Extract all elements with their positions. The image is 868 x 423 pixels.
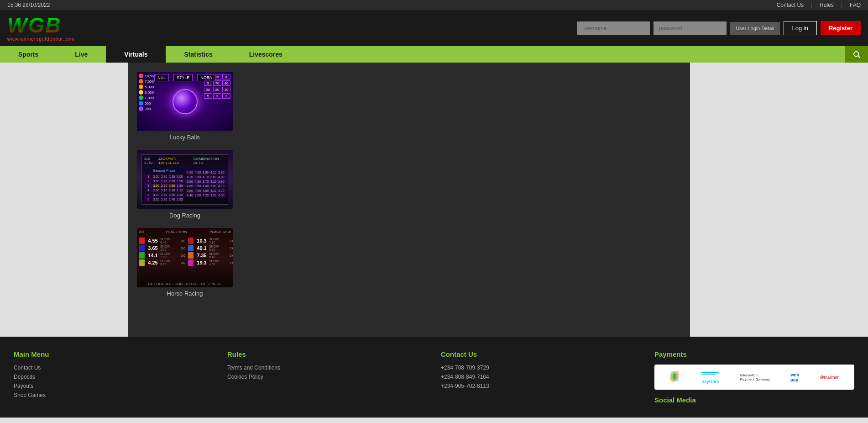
horse-col-left: 4.55 SHOW4.40 0.0 3.65 SHOW13.6 0.0 — [139, 237, 186, 286]
lucky-ball — [173, 89, 198, 114]
datetime: 15:36 28/10/2022 — [7, 2, 50, 8]
footer-main-menu-title: Main Menu — [14, 350, 214, 358]
footer-phone-1: +234-708-709-3729 — [441, 365, 641, 371]
footer-phone-2: +234-808-849-7104 — [441, 374, 641, 380]
footer-cookies-link[interactable]: Cookies Policy — [227, 374, 427, 380]
lucky-balls-top-labels: NUL S7YLE NOBA — [154, 74, 215, 81]
nav-statistics[interactable]: Statistics — [166, 46, 230, 63]
search-icon — [852, 50, 861, 58]
center-content: 10,500 7,500 5,000 3,500 1,000 500 300 2… — [128, 63, 690, 337]
svg-rect-5 — [701, 371, 719, 373]
footer-main-menu: Main Menu Contact Us Deposits Payouts Sh… — [14, 350, 214, 404]
nav-livescores[interactable]: Livescores — [231, 46, 301, 63]
logo-sub: www.winnersgoldenbul.com — [7, 37, 74, 42]
footer-contact: Contact Us +234-708-709-3729 +234-808-84… — [441, 350, 641, 404]
footer-shop-link[interactable]: Shop Games — [14, 392, 214, 398]
interswitch-logo: InterswitchPayment Gateway — [740, 373, 770, 381]
left-sidebar — [0, 63, 128, 337]
svg-point-4 — [673, 373, 676, 380]
mailmoni-logo: @mailmoni — [820, 375, 840, 380]
footer-phone-3: +234-905-702-8113 — [441, 383, 641, 389]
footer-payments-title: Payments — [654, 350, 854, 358]
nav-bar: Sports Live Virtuals Statistics Livescor… — [0, 46, 868, 63]
horse-racing-grid: 4.55 SHOW4.40 0.0 3.65 SHOW13.6 0.0 — [139, 230, 231, 286]
right-sidebar — [690, 63, 868, 337]
footer-rules: Rules Terms and Conditions Cookies Polic… — [227, 350, 427, 404]
header: WGB www.winnersgoldenbul.com User Login … — [0, 10, 868, 46]
user-login-detail-button[interactable]: User Login Detail — [730, 22, 779, 35]
top-bar-links: Contact Us | Rules | FAQ — [777, 2, 861, 8]
horse-col-right: 10.3 SHOW5.10 0.0 40.1 SHOW9.80 0.0 — [188, 237, 233, 286]
horse-header-bar: AR PLACE SHW PLACE SHW — [139, 230, 231, 234]
webpay-logo: webpay — [790, 372, 799, 382]
paystack-logo: paystack — [701, 370, 719, 384]
username-input[interactable] — [577, 21, 650, 35]
login-button[interactable]: Log in — [784, 21, 817, 35]
footer-payouts-link[interactable]: Payouts — [14, 383, 214, 389]
top-bar: 15:36 28/10/2022 Contact Us | Rules | FA… — [0, 0, 868, 10]
footer-rules-title: Rules — [227, 350, 427, 358]
lucky-balls-label: Lucky Balls — [137, 134, 233, 141]
lucky-balls-card: 10,500 7,500 5,000 3,500 1,000 500 300 2… — [137, 72, 681, 141]
lucky-balls-thumb[interactable]: 10,500 7,500 5,000 3,500 1,000 500 300 2… — [137, 72, 233, 131]
flutterwave-icon — [668, 370, 681, 383]
logo: WGB — [7, 15, 74, 36]
lucky-balls-left-nums: 10,500 7,500 5,000 3,500 1,000 500 300 — [139, 74, 156, 111]
footer-social-title: Social Media — [654, 396, 854, 404]
nav-sports[interactable]: Sports — [0, 46, 57, 63]
nav-live[interactable]: Live — [57, 46, 106, 63]
search-button[interactable] — [845, 46, 868, 63]
footer-terms-link[interactable]: Terms and Conditions — [227, 365, 427, 371]
header-right: User Login Detail Log in Register — [577, 21, 861, 35]
main-layout: 10,500 7,500 5,000 3,500 1,000 500 300 2… — [0, 63, 868, 337]
rules-link[interactable]: Rules — [820, 2, 834, 8]
dog-racing-card: 326 3.752 JACKPOT: 126,131,414 COMBINATI… — [137, 150, 681, 219]
dog-racing-thumb[interactable]: 326 3.752 JACKPOT: 126,131,414 COMBINATI… — [137, 150, 233, 209]
dog-racing-label: Dog Racing — [137, 212, 233, 219]
horse-racing-thumb[interactable]: AR PLACE SHW PLACE SHW 4.55 SHOW4.40 0.0 — [137, 228, 233, 287]
horse-footer-label: BET DOUBLE - ODD - EVEN - TOP 3 PICKS — [148, 282, 221, 286]
svg-point-0 — [854, 52, 859, 57]
footer-payments: Payments paystack InterswitchPay — [654, 350, 854, 404]
contact-us-link[interactable]: Contact Us — [777, 2, 804, 8]
horse-racing-card: AR PLACE SHW PLACE SHW 4.55 SHOW4.40 0.0 — [137, 228, 681, 297]
svg-line-1 — [858, 56, 860, 58]
payment-logos: paystack InterswitchPayment Gateway webp… — [654, 365, 854, 390]
register-button[interactable]: Register — [821, 21, 861, 35]
password-input[interactable] — [654, 21, 727, 35]
paystack-icon — [701, 370, 719, 378]
footer-deposits-link[interactable]: Deposits — [14, 374, 214, 380]
dog-racing-grid: 326 3.752 JACKPOT: 126,131,414 COMBINATI… — [141, 154, 228, 205]
horse-racing-label: Horse Racing — [137, 290, 233, 297]
footer-contact-title: Contact Us — [441, 350, 641, 358]
logo-area: WGB www.winnersgoldenbul.com — [7, 15, 74, 42]
footer-contact-link[interactable]: Contact Us — [14, 365, 214, 371]
nav-virtuals[interactable]: Virtuals — [106, 46, 166, 63]
faq-link[interactable]: FAQ — [850, 2, 861, 8]
svg-rect-6 — [701, 373, 716, 375]
footer: Main Menu Contact Us Deposits Payouts Sh… — [0, 337, 868, 418]
flutterwave-logo — [668, 370, 681, 384]
